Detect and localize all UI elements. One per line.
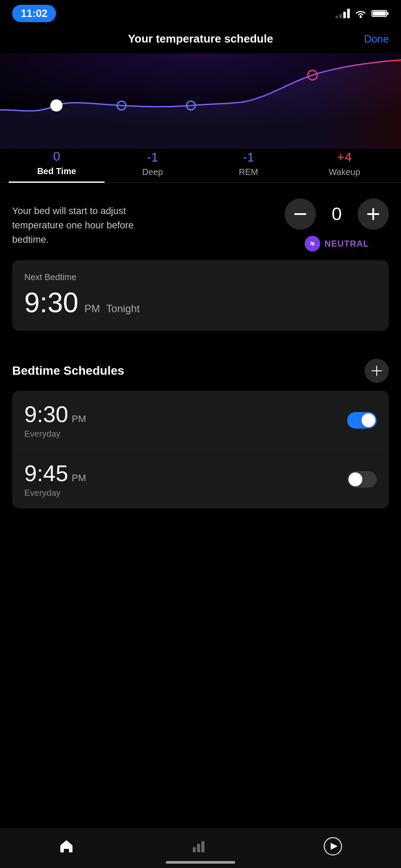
schedule-toggle-2[interactable] xyxy=(347,471,377,488)
svg-rect-16 xyxy=(201,841,204,852)
svg-rect-3 xyxy=(373,11,386,16)
bedtime-description: Your bed will start to adjust temperatur… xyxy=(12,204,142,247)
tab-wakeup[interactable]: +4 Wakeup xyxy=(296,150,392,182)
header: Your temperature schedule Done xyxy=(0,24,401,53)
schedule-toggle-1[interactable] xyxy=(347,412,377,429)
schedule-item[interactable]: 9:45 PM Everyday xyxy=(12,450,389,508)
temperature-chart xyxy=(0,53,401,149)
schedule-ampm-2: PM xyxy=(72,472,86,484)
status-time: 11:02 xyxy=(12,5,56,22)
signal-icon xyxy=(335,9,350,18)
svg-rect-14 xyxy=(193,847,196,852)
phase-tabs: 0 Bed Time -1 Deep -1 REM +4 Wakeup xyxy=(0,149,401,183)
bedtime-value: 0 xyxy=(53,149,60,164)
next-bedtime-ampm: PM xyxy=(85,303,100,315)
neutral-label: NEUTRAL xyxy=(325,239,369,249)
deep-value: -1 xyxy=(147,150,158,165)
schedules-title: Bedtime Schedules xyxy=(12,364,124,378)
stepper-row: 0 xyxy=(285,198,389,230)
schedule-time-1: 9:30 xyxy=(24,401,68,427)
nav-play[interactable] xyxy=(323,837,342,856)
tab-bedtime[interactable]: 0 Bed Time xyxy=(9,149,105,183)
stepper-value: 0 xyxy=(328,204,345,224)
neutral-badge: NEUTRAL xyxy=(305,236,369,251)
svg-rect-13 xyxy=(371,370,382,371)
svg-rect-2 xyxy=(387,12,388,15)
schedule-ampm-1: PM xyxy=(72,413,86,425)
wakeup-label: Wakeup xyxy=(329,167,360,177)
next-bedtime-time-row: 9:30 PM Tonight xyxy=(24,287,377,319)
schedules-list: 9:30 PM Everyday 9:45 PM Everyday xyxy=(12,391,389,508)
add-schedule-button[interactable] xyxy=(365,359,389,383)
svg-point-0 xyxy=(360,16,362,18)
rem-value: -1 xyxy=(243,150,254,165)
schedule-time-row: 9:30 PM xyxy=(24,401,86,427)
wakeup-value: +4 xyxy=(337,150,352,165)
play-icon xyxy=(323,837,342,856)
battery-icon xyxy=(371,9,389,18)
schedule-days-1: Everyday xyxy=(24,429,86,439)
svg-rect-9 xyxy=(294,213,306,215)
home-indicator xyxy=(166,861,235,864)
neutral-icon xyxy=(305,236,320,251)
status-icons xyxy=(335,9,389,18)
rem-label: REM xyxy=(239,167,258,177)
bedtime-controls: Your bed will start to adjust temperatur… xyxy=(12,198,389,251)
schedule-time-row: 9:45 PM xyxy=(24,460,86,486)
svg-point-5 xyxy=(50,99,62,112)
stats-icon xyxy=(191,838,207,854)
done-button[interactable]: Done xyxy=(364,33,389,45)
page-title: Your temperature schedule xyxy=(128,32,273,46)
tab-rem[interactable]: -1 REM xyxy=(200,150,296,182)
nav-stats[interactable] xyxy=(191,838,207,854)
schedule-days-2: Everyday xyxy=(24,488,86,498)
schedule-info: 9:30 PM Everyday xyxy=(24,401,86,439)
tab-deep[interactable]: -1 Deep xyxy=(105,150,200,182)
schedule-item[interactable]: 9:30 PM Everyday xyxy=(12,391,389,450)
next-bedtime-label: Next Bedtime xyxy=(24,272,377,282)
deep-label: Deep xyxy=(142,167,163,177)
nav-home[interactable] xyxy=(59,838,74,854)
bedtime-label: Bed Time xyxy=(37,166,76,176)
home-icon xyxy=(59,838,74,854)
controls-right: 0 NEUTRAL xyxy=(285,198,389,251)
increment-button[interactable] xyxy=(358,198,389,230)
schedules-header: Bedtime Schedules xyxy=(0,359,401,383)
svg-rect-11 xyxy=(367,213,379,215)
wifi-icon xyxy=(354,9,367,18)
status-bar: 11:02 xyxy=(0,0,401,24)
content-section: Your bed will start to adjust temperatur… xyxy=(0,183,401,359)
next-bedtime-when: Tonight xyxy=(106,303,140,315)
schedule-time-2: 9:45 xyxy=(24,460,68,486)
svg-marker-18 xyxy=(331,843,338,850)
schedule-info: 9:45 PM Everyday xyxy=(24,460,86,498)
next-bedtime-card: Next Bedtime 9:30 PM Tonight xyxy=(12,260,389,331)
svg-rect-15 xyxy=(197,844,200,852)
decrement-button[interactable] xyxy=(285,198,316,230)
next-bedtime-time: 9:30 xyxy=(24,287,79,319)
